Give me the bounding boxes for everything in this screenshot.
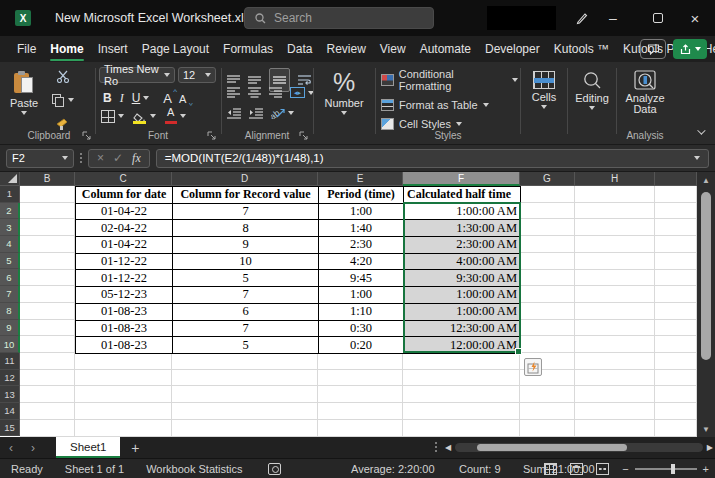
- merge-center-button[interactable]: ◂▸: [290, 87, 314, 98]
- column-header-b[interactable]: B: [20, 172, 75, 186]
- row-header-7[interactable]: 7: [0, 286, 20, 303]
- row-header-2[interactable]: 2: [0, 203, 20, 220]
- italic-button[interactable]: I: [120, 91, 124, 106]
- align-left-icon[interactable]: [227, 87, 240, 98]
- conditional-formatting-button[interactable]: Conditional Formatting: [381, 68, 518, 92]
- analyze-data-button[interactable]: Analyze Data: [618, 65, 672, 115]
- cell[interactable]: 8: [173, 220, 319, 237]
- sheetbar-grip[interactable]: [435, 442, 437, 452]
- header-cell[interactable]: Column for Record value: [173, 187, 319, 204]
- font-name-combo[interactable]: Times New Ro: [99, 67, 175, 83]
- format-as-table-button[interactable]: Format as Table: [381, 99, 518, 111]
- cell[interactable]: 1:00: [319, 287, 404, 304]
- tab-insert[interactable]: Insert: [91, 36, 135, 62]
- cell[interactable]: 01-04-22: [76, 237, 173, 254]
- row-header-11[interactable]: 11: [0, 353, 20, 370]
- decrease-font-button[interactable]: A^: [179, 89, 186, 107]
- align-top-icon[interactable]: [227, 75, 240, 86]
- zoom-in-button[interactable]: +: [703, 463, 709, 475]
- row-header-9[interactable]: 9: [0, 320, 20, 337]
- cell[interactable]: 0:20: [319, 337, 404, 354]
- cell[interactable]: 01-08-23: [76, 303, 173, 320]
- formula-input[interactable]: =MOD(INT(E2/(1/48))*(1/48),1): [156, 149, 709, 168]
- cell[interactable]: 12:00:00 AM: [404, 337, 521, 354]
- cell[interactable]: 01-12-22: [76, 253, 173, 270]
- header-cell[interactable]: Calculated half time: [404, 187, 521, 204]
- cell[interactable]: 4:00:00 AM: [404, 253, 521, 270]
- row-header-8[interactable]: 8: [0, 303, 20, 320]
- select-all-button[interactable]: [0, 172, 20, 186]
- enter-button[interactable]: ✓: [113, 151, 123, 165]
- cell[interactable]: 1:00:00 AM: [404, 203, 521, 220]
- insert-function-button[interactable]: fx: [132, 151, 141, 166]
- cell[interactable]: 1:30:00 AM: [404, 220, 521, 237]
- header-cell[interactable]: Period (time): [319, 187, 404, 204]
- paste-button[interactable]: Paste: [10, 66, 38, 115]
- cell[interactable]: 01-08-23: [76, 320, 173, 337]
- zoom-slider-thumb[interactable]: [671, 464, 675, 474]
- close-button[interactable]: ×: [675, 0, 715, 36]
- align-right-icon[interactable]: [269, 87, 282, 98]
- cell[interactable]: 2:30:00 AM: [404, 237, 521, 254]
- worksheet-grid[interactable]: BCDEFGH 123456789101112131415 Column for…: [0, 172, 715, 437]
- tab-view[interactable]: View: [373, 36, 413, 62]
- tab-formulas[interactable]: Formulas: [216, 36, 280, 62]
- scroll-down-icon[interactable]: ▼: [697, 421, 715, 437]
- comments-button[interactable]: [640, 39, 666, 59]
- fill-handle[interactable]: [515, 348, 522, 355]
- row-header-13[interactable]: 13: [0, 386, 20, 403]
- tab-file[interactable]: File: [10, 36, 43, 62]
- cell[interactable]: 05-12-23: [76, 287, 173, 304]
- column-header-partial[interactable]: [655, 172, 697, 186]
- cell[interactable]: 7: [173, 287, 319, 304]
- row-header-1[interactable]: 1: [0, 186, 20, 203]
- cell[interactable]: 7: [173, 320, 319, 337]
- tab-page-layout[interactable]: Page Layout: [135, 36, 216, 62]
- excel-app-icon[interactable]: X: [15, 10, 31, 26]
- cell[interactable]: 9:30:00 AM: [404, 270, 521, 287]
- tab-review[interactable]: Review: [319, 36, 372, 62]
- align-middle-icon[interactable]: [248, 75, 261, 86]
- editing-button[interactable]: Editing: [569, 66, 615, 110]
- cells-button[interactable]: Cells: [522, 66, 566, 109]
- cell[interactable]: 01-04-22: [76, 203, 173, 220]
- column-header-c[interactable]: C: [75, 172, 172, 186]
- status-sheet-info[interactable]: Sheet 1 of 1: [54, 463, 135, 475]
- horizontal-scrollbar-track[interactable]: [455, 443, 703, 452]
- clipboard-dialog-launcher[interactable]: [82, 131, 92, 141]
- name-box[interactable]: F2: [6, 149, 74, 168]
- cell[interactable]: 5: [173, 337, 319, 354]
- vertical-scrollbar-thumb[interactable]: [701, 192, 711, 360]
- cell[interactable]: 2:30: [319, 237, 404, 254]
- cell-styles-button[interactable]: Cell Styles: [381, 118, 518, 130]
- cell[interactable]: 1:40: [319, 220, 404, 237]
- maximize-button[interactable]: [638, 0, 678, 36]
- quick-analysis-button[interactable]: [524, 358, 542, 376]
- tab-kutools[interactable]: Kutools ™: [547, 36, 616, 62]
- font-size-combo[interactable]: 12: [178, 67, 216, 83]
- page-break-view-icon[interactable]: [596, 463, 609, 475]
- sheet-nav-left-icon[interactable]: ‹: [0, 441, 22, 455]
- cancel-button[interactable]: ×: [97, 151, 104, 165]
- cell[interactable]: 1:00:00 AM: [404, 287, 521, 304]
- row-header-14[interactable]: 14: [0, 403, 20, 420]
- zoom-slider[interactable]: [635, 468, 697, 470]
- orientation-button[interactable]: ab: [271, 107, 294, 119]
- add-sheet-button[interactable]: +: [120, 440, 150, 456]
- page-layout-view-icon[interactable]: [570, 463, 583, 475]
- tab-home[interactable]: Home: [43, 36, 90, 62]
- cell[interactable]: 9:45: [319, 270, 404, 287]
- copy-button[interactable]: [52, 92, 74, 108]
- zoom-out-button[interactable]: −: [622, 463, 628, 475]
- cell[interactable]: 5: [173, 270, 319, 287]
- column-header-d[interactable]: D: [172, 172, 318, 186]
- cell[interactable]: 0:30: [319, 320, 404, 337]
- cell[interactable]: 4:20: [319, 253, 404, 270]
- formula-bar-grip[interactable]: [80, 153, 82, 163]
- align-center-icon[interactable]: [248, 87, 261, 98]
- bold-button[interactable]: B: [103, 91, 112, 105]
- row-header-10[interactable]: 10: [0, 336, 20, 353]
- ribbon-collapse-icon[interactable]: [697, 126, 705, 134]
- row-header-4[interactable]: 4: [0, 236, 20, 253]
- scroll-up-icon[interactable]: ▲: [697, 172, 715, 188]
